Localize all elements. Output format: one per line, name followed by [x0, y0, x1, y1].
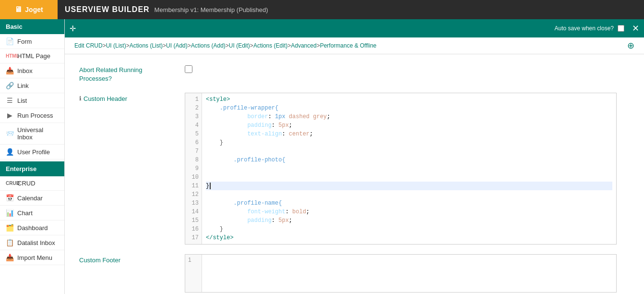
content-row: Basic 📄 Form HTML HTML Page 📥 Inbox 🔗 Li…: [0, 19, 644, 294]
inbox-icon: 📥: [6, 67, 13, 74]
custom-header-label-area: ℹ Custom Header: [79, 93, 185, 103]
code-line-15: padding: 5px;: [206, 216, 612, 225]
sidebar-label-dashboard: Dashboard: [17, 224, 48, 232]
footer-editor[interactable]: 1: [185, 254, 617, 293]
breadcrumb-advanced[interactable]: Advanced: [291, 42, 316, 49]
sidebar-label-form: Form: [17, 38, 32, 45]
abort-processes-row: Abort Related RunningProcesses?: [79, 64, 630, 83]
footer-line-numbers: 1: [185, 255, 202, 292]
sidebar-basic-header: Basic: [0, 19, 64, 34]
code-line-6: }: [206, 138, 612, 147]
breadcrumb-add-button[interactable]: ⊕: [627, 40, 634, 51]
sidebar-label-datalist-inbox: Datalist Inbox: [17, 239, 55, 246]
code-editor-inner: 12345 678910 1112131415 1617 <style> .pr…: [185, 93, 616, 244]
close-button[interactable]: ✕: [632, 23, 639, 34]
autosave-label: Auto save when close?: [555, 25, 614, 32]
abort-checkbox[interactable]: [185, 65, 192, 73]
universal-inbox-icon: 📨: [6, 130, 13, 137]
logo: 🖥 Joget: [0, 0, 58, 19]
code-line-13: .profile-name{: [206, 199, 612, 208]
user-profile-icon: 👤: [6, 148, 13, 156]
code-line-7: [206, 147, 612, 156]
sidebar-item-user-profile[interactable]: 👤 User Profile: [0, 145, 64, 159]
breadcrumb-actions-add[interactable]: Actions (Add): [191, 42, 226, 49]
sidebar-item-import-menu[interactable]: 📥 Import Menu: [0, 250, 64, 265]
code-line-9: [206, 164, 612, 173]
code-line-17: </style>: [206, 233, 612, 242]
sidebar-item-datalist-inbox[interactable]: 📋 Datalist Inbox: [0, 235, 64, 250]
code-line-2: .profile-wrapper{: [206, 104, 612, 112]
sidebar-item-form[interactable]: 📄 Form: [0, 34, 64, 49]
monitor-icon: 🖥: [14, 5, 22, 14]
info-icon: ℹ: [79, 95, 82, 103]
app-subtitle: Membership v1: Membership (Published): [150, 6, 268, 13]
sidebar-item-dashboard[interactable]: 🗂️ Dashboard: [0, 220, 64, 235]
sidebar-label-link: Link: [17, 82, 29, 89]
breadcrumb-ui-add[interactable]: UI (Add): [166, 42, 188, 49]
sidebar-label-run-process: Run Process: [17, 112, 53, 119]
logo-text: Joget: [25, 6, 43, 13]
sidebar-label-crud: CRUD: [17, 180, 36, 187]
custom-footer-label: Custom Footer: [79, 254, 185, 265]
custom-footer-label-text: Custom Footer: [79, 257, 120, 264]
breadcrumb-performance-offline[interactable]: Performance & Offline: [320, 42, 377, 49]
sidebar-item-run-process[interactable]: ▶ Run Process: [0, 108, 64, 123]
breadcrumb-ui-list[interactable]: UI (List): [106, 42, 126, 49]
autosave-checkbox[interactable]: [618, 25, 624, 32]
breadcrumb-ui-edit[interactable]: UI (Edit): [229, 42, 250, 49]
import-menu-icon: 📥: [6, 254, 13, 261]
code-content[interactable]: <style> .profile-wrapper{ border: 1px da…: [202, 93, 616, 244]
code-line-5: text-align: center;: [206, 130, 612, 138]
custom-header-control: 12345 678910 1112131415 1617 <style> .pr…: [185, 93, 630, 245]
code-editor[interactable]: 12345 678910 1112131415 1617 <style> .pr…: [185, 93, 617, 245]
line-numbers: 12345 678910 1112131415 1617: [185, 93, 202, 244]
main-area: ✛ Auto save when close? ✕ Edit CRUD > UI…: [65, 19, 644, 294]
sidebar-item-chart[interactable]: 📊 Chart: [0, 206, 64, 220]
app-title: USERVIEW BUILDER: [58, 5, 150, 14]
sidebar-enterprise-header: Enterprise: [0, 161, 64, 176]
sidebar-label-list: List: [17, 97, 27, 104]
run-process-icon: ▶: [6, 111, 13, 119]
sidebar-item-link[interactable]: 🔗 Link: [0, 78, 64, 93]
custom-footer-control: 1: [185, 254, 630, 293]
form-icon: 📄: [6, 37, 13, 45]
sidebar-label-user-profile: User Profile: [17, 148, 50, 156]
autosave-area: Auto save when close? ✕: [555, 23, 639, 34]
custom-footer-row: Custom Footer 1: [79, 254, 630, 293]
move-icon[interactable]: ✛: [70, 24, 76, 33]
breadcrumb-actions-edit[interactable]: Actions (Edit): [253, 42, 287, 49]
html-icon: HTML: [6, 53, 13, 59]
sidebar-label-inbox: Inbox: [17, 67, 33, 74]
sidebar-item-calendar[interactable]: 📅 Calendar: [0, 191, 64, 206]
top-bar: 🖥 Joget USERVIEW BUILDER Membership v1: …: [0, 0, 644, 19]
toolbar: ✛ Auto save when close? ✕: [65, 19, 644, 37]
sidebar-item-list[interactable]: ☰ List: [0, 93, 64, 108]
breadcrumb-actions-list[interactable]: Actions (List): [130, 42, 163, 49]
sidebar-item-html-page[interactable]: HTML HTML Page: [0, 49, 64, 63]
code-line-11: }: [206, 182, 612, 190]
code-line-12: [206, 190, 612, 199]
sidebar-label-universal-inbox: Universal Inbox: [17, 126, 59, 141]
sidebar-item-universal-inbox[interactable]: 📨 Universal Inbox: [0, 123, 64, 145]
sidebar-item-crud[interactable]: CRUD CRUD: [0, 176, 64, 191]
abort-label: Abort Related RunningProcesses?: [79, 64, 185, 83]
code-line-8: .profile-photo{: [206, 156, 612, 164]
code-line-3: border: 1px dashed grey;: [206, 112, 612, 121]
dashboard-icon: 🗂️: [6, 224, 13, 232]
code-line-4: padding: 5px;: [206, 121, 612, 130]
abort-control: [185, 64, 630, 74]
code-line-1: <style>: [206, 95, 612, 104]
breadcrumb: Edit CRUD > UI (List) > Actions (List) >…: [65, 37, 644, 54]
custom-header-label: Custom Header: [83, 95, 127, 103]
code-line-14: font-weight: bold;: [206, 208, 612, 216]
sidebar-item-inbox[interactable]: 📥 Inbox: [0, 63, 64, 78]
list-icon: ☰: [6, 97, 13, 104]
footer-code-area[interactable]: [202, 255, 616, 292]
datalist-inbox-icon: 📋: [6, 239, 13, 246]
sidebar: Basic 📄 Form HTML HTML Page 📥 Inbox 🔗 Li…: [0, 19, 65, 294]
custom-header-row: ℹ Custom Header 12345 678910 1112131415 …: [79, 93, 630, 245]
crud-icon: CRUD: [6, 181, 13, 186]
link-icon: 🔗: [6, 82, 13, 89]
breadcrumb-edit-crud[interactable]: Edit CRUD: [74, 42, 103, 49]
chart-icon: 📊: [6, 209, 13, 217]
